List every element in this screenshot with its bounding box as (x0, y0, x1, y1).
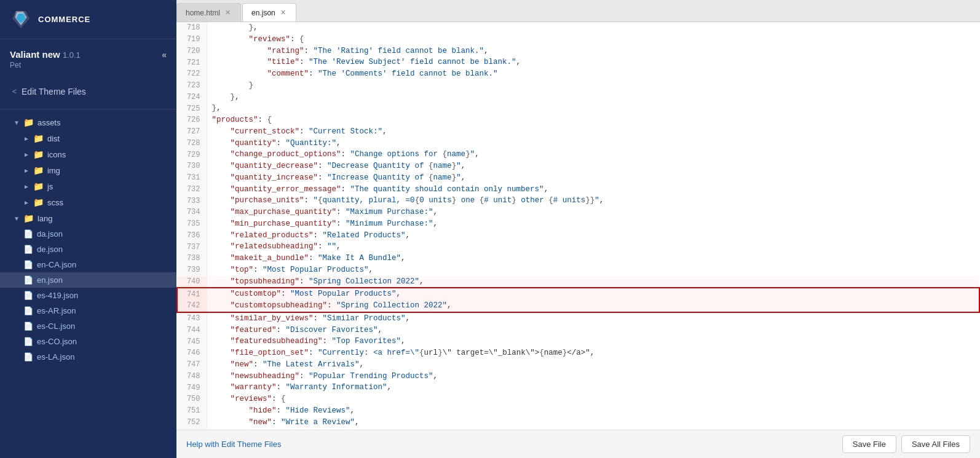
line-content: "featured": "Discover Favorites", (207, 325, 979, 336)
save-all-files-button[interactable]: Save All Files (901, 435, 970, 453)
table-row: 734 "max_purchase_quantity": "Maximum Pu… (177, 207, 979, 218)
line-number: 750 (177, 393, 207, 405)
file-es-ar-json-label: es-AR.json (37, 306, 76, 315)
line-content: }, (207, 103, 979, 114)
help-link[interactable]: Help with Edit Theme Files (186, 440, 281, 449)
line-content: "max_purchase_quantity": "Maximum Purcha… (207, 207, 979, 218)
line-content: "reviews": { (207, 34, 979, 45)
line-content: "comment": "The 'Comments' field cannot … (207, 68, 979, 80)
line-content: "related_products": "Related Products", (207, 230, 979, 242)
edit-theme-label: Edit Theme Files (22, 87, 86, 97)
line-number: 729 (177, 149, 207, 160)
line-content: "quantity_error_message": "The quantity … (207, 184, 979, 195)
edit-theme-files-button[interactable]: < Edit Theme Files (0, 79, 176, 104)
file-en-json-label: en.json (37, 275, 63, 285)
line-content: "file_option_set": "Currently: <a href=\… (207, 347, 979, 359)
line-number: 718 (177, 22, 207, 34)
table-row: 735 "min_purchase_quantity": "Minimum Pu… (177, 218, 979, 230)
tab-en-json[interactable]: en.json ✕ (242, 3, 296, 22)
code-editor[interactable]: 718 },719 "reviews": {720 "rating": "The… (176, 22, 980, 430)
store-name: Valiant new 1.0.1 (10, 49, 81, 60)
file-icon: 📄 (23, 291, 33, 300)
file-en-ca-json[interactable]: 📄 en-CA.json (0, 257, 176, 272)
line-content: }, (207, 92, 979, 103)
table-row: 718 }, (177, 22, 979, 34)
file-icon: 📄 (23, 352, 33, 361)
line-number: 723 (177, 80, 207, 92)
line-content: "rating": "The 'Rating' field cannot be … (207, 45, 979, 57)
tab-bar: home.html ✕ en.json ✕ (176, 0, 980, 22)
table-row: 729 "change_product_options": "Change op… (177, 149, 979, 160)
folder-js[interactable]: ► 📁 js (0, 178, 176, 194)
line-number: 740 (177, 276, 207, 288)
line-number: 744 (177, 325, 207, 336)
folder-icon: 📁 (23, 117, 34, 127)
sidebar-header: COMMERCE (0, 0, 176, 39)
tab-en-json-close[interactable]: ✕ (279, 9, 287, 17)
logo-text: COMMERCE (38, 15, 90, 24)
table-row: 736 "related_products": "Related Product… (177, 230, 979, 242)
line-content: "makeit_a_bundle": "Make It A Bundle", (207, 253, 979, 264)
line-number: 732 (177, 184, 207, 195)
folder-img-label: img (47, 166, 60, 175)
table-row: 719 "reviews": { (177, 34, 979, 45)
folder-dist[interactable]: ► 📁 dist (0, 130, 176, 146)
tab-home-html[interactable]: home.html ✕ (176, 3, 241, 22)
line-content: "newsubheading": "Popular Trending Produ… (207, 371, 979, 382)
tab-en-json-label: en.json (251, 9, 275, 17)
line-content: "current_stock": "Current Stock:", (207, 126, 979, 138)
file-icon: 📄 (23, 245, 33, 254)
line-number: 727 (177, 126, 207, 138)
file-de-json[interactable]: 📄 de.json (0, 242, 176, 257)
file-es-la-json[interactable]: 📄 es-LA.json (0, 349, 176, 365)
line-number: 733 (177, 195, 207, 207)
folder-img[interactable]: ► 📁 img (0, 162, 176, 178)
table-row: 728 "quantity": "Quantity:", (177, 138, 979, 149)
sidebar: COMMERCE Valiant new 1.0.1 « Pet < Edit … (0, 0, 176, 458)
store-name-row: Valiant new 1.0.1 « (10, 49, 167, 60)
collapse-sidebar-button[interactable]: « (162, 50, 167, 60)
file-da-json[interactable]: 📄 da.json (0, 226, 176, 242)
line-number: 739 (177, 264, 207, 276)
folder-icon: 📁 (33, 133, 44, 143)
img-arrow-icon: ► (23, 167, 30, 174)
line-number: 749 (177, 382, 207, 393)
table-row: 741 "customtop": "Most Popular Products"… (177, 288, 979, 300)
line-content: "show": "Show Reviews", (207, 428, 979, 430)
file-es-ar-json[interactable]: 📄 es-AR.json (0, 303, 176, 318)
line-content: "customtopsubheading": "Spring Collectio… (207, 300, 979, 312)
line-content: "topsubheading": "Spring Collection 2022… (207, 276, 979, 288)
line-number: 741 (177, 288, 207, 300)
file-en-ca-json-label: en-CA.json (37, 260, 76, 269)
table-row: 726"products": { (177, 114, 979, 126)
file-es-419-json[interactable]: 📄 es-419.json (0, 288, 176, 303)
file-icon: 📄 (23, 322, 33, 331)
line-number: 738 (177, 253, 207, 264)
table-row: 740 "topsubheading": "Spring Collection … (177, 276, 979, 288)
file-es-cl-json-label: es-CL.json (37, 322, 75, 331)
folder-scss[interactable]: ► 📁 scss (0, 194, 176, 210)
file-es-co-json[interactable]: 📄 es-CO.json (0, 334, 176, 349)
folder-lang[interactable]: ▼ 📁 lang (0, 210, 176, 226)
folder-icons[interactable]: ► 📁 icons (0, 146, 176, 162)
line-number: 736 (177, 230, 207, 242)
save-file-button[interactable]: Save File (842, 435, 896, 453)
file-en-json[interactable]: 📄 en.json (0, 272, 176, 288)
table-row: 722 "comment": "The 'Comments' field can… (177, 68, 979, 80)
table-row: 752 "new": "Write a Review", (177, 417, 979, 428)
table-row: 724 }, (177, 92, 979, 103)
folder-assets[interactable]: ▼ 📁 assets (0, 114, 176, 130)
line-number: 724 (177, 92, 207, 103)
file-es-419-json-label: es-419.json (37, 291, 78, 300)
table-row: 751 "hide": "Hide Reviews", (177, 405, 979, 417)
line-content: "warranty": "Warranty Information", (207, 382, 979, 393)
line-number: 720 (177, 45, 207, 57)
line-content: "reviews": { (207, 393, 979, 405)
file-de-json-label: de.json (37, 245, 63, 254)
main-editor-area: home.html ✕ en.json ✕ 718 },719 "reviews… (176, 0, 980, 458)
line-content: "customtop": "Most Popular Products", (207, 288, 979, 300)
tab-home-html-close[interactable]: ✕ (224, 9, 232, 17)
folder-scss-label: scss (47, 198, 63, 207)
line-content: "purchase_units": "{quantity, plural, =0… (207, 195, 979, 207)
file-es-cl-json[interactable]: 📄 es-CL.json (0, 318, 176, 334)
